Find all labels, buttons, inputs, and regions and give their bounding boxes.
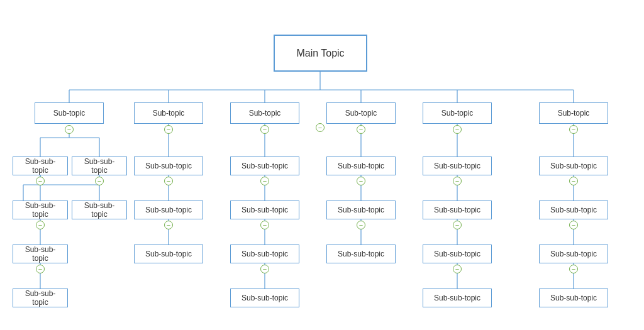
subsub-5-0[interactable]: Sub-sub-topic [539, 157, 608, 175]
subsub-label-4-1: Sub-sub-topic [434, 206, 480, 214]
subsub-label-5-2: Sub-sub-topic [550, 250, 597, 258]
subtopic-label-2: Sub-topic [153, 109, 185, 118]
subsub-label-2-1: Sub-sub-topic [242, 206, 288, 214]
subsub-1-1-collapse[interactable] [164, 221, 173, 229]
subsub-0-2-collapse[interactable] [36, 221, 45, 229]
subsub-label-2-0: Sub-sub-topic [242, 162, 288, 170]
subsub-1-0-collapse[interactable] [164, 177, 173, 185]
subtopic-label-5: Sub-topic [441, 109, 474, 118]
subtopic-node-1[interactable]: Sub-topic [35, 102, 104, 124]
subsub-1-2[interactable]: Sub-sub-topic [134, 245, 203, 263]
subtopic-6-collapse[interactable] [569, 125, 578, 134]
subsub-label-0-0: Sub-sub-topic [17, 157, 64, 175]
subsub-label-5-0: Sub-sub-topic [550, 162, 597, 170]
subsub-0-4[interactable]: Sub-sub-topic [13, 245, 68, 263]
subsub-0-4-collapse[interactable] [36, 265, 45, 273]
subsub-0-1-collapse[interactable] [95, 177, 104, 185]
subsub-0-1[interactable]: Sub-sub-topic [72, 157, 127, 175]
subsub-label-2-2: Sub-sub-topic [242, 250, 288, 258]
subsub-label-3-0: Sub-sub-topic [338, 162, 384, 170]
subsub-5-3[interactable]: Sub-sub-topic [539, 289, 608, 307]
subsub-label-1-2: Sub-sub-topic [145, 250, 192, 258]
subsub-label-5-1: Sub-sub-topic [550, 206, 597, 214]
subsub-label-4-3: Sub-sub-topic [434, 294, 480, 302]
subsub-2-1[interactable]: Sub-sub-topic [230, 201, 299, 219]
subsub-label-3-1: Sub-sub-topic [338, 206, 384, 214]
subsub-4-1[interactable]: Sub-sub-topic [423, 201, 492, 219]
subsub-4-3[interactable]: Sub-sub-topic [423, 289, 492, 307]
subsub-2-1-collapse[interactable] [260, 221, 269, 229]
subtopic-node-6[interactable]: Sub-topic [539, 102, 608, 124]
subsub-2-0-collapse[interactable] [260, 177, 269, 185]
subtopic-5-collapse[interactable] [453, 125, 462, 134]
subsub-0-0[interactable]: Sub-sub-topic [13, 157, 68, 175]
subsub-5-1-collapse[interactable] [569, 221, 578, 229]
subsub-0-2[interactable]: Sub-sub-topic [13, 201, 68, 219]
subsub-4-0-collapse[interactable] [453, 177, 462, 185]
subsub-4-2-collapse[interactable] [453, 265, 462, 273]
subsub-label-1-0: Sub-sub-topic [145, 162, 192, 170]
main-topic-label: Main Topic [296, 48, 344, 59]
subtopic-label-1: Sub-topic [53, 109, 86, 118]
subtopic-4-collapse[interactable] [357, 125, 365, 134]
main-topic-node[interactable]: Main Topic [274, 35, 367, 72]
subsub-5-2[interactable]: Sub-sub-topic [539, 245, 608, 263]
subtopic-node-5[interactable]: Sub-topic [423, 102, 492, 124]
subsub-2-0[interactable]: Sub-sub-topic [230, 157, 299, 175]
subsub-3-0[interactable]: Sub-sub-topic [326, 157, 396, 175]
subtopic-label-3: Sub-topic [249, 109, 281, 118]
subtopic-node-3[interactable]: Sub-topic [230, 102, 299, 124]
subsub-5-0-collapse[interactable] [569, 177, 578, 185]
subsub-3-0-collapse[interactable] [357, 177, 365, 185]
subsub-3-2[interactable]: Sub-sub-topic [326, 245, 396, 263]
subsub-3-1-collapse[interactable] [357, 221, 365, 229]
subsub-label-4-0: Sub-sub-topic [434, 162, 480, 170]
subsub-5-2-collapse[interactable] [569, 265, 578, 273]
subsub-0-5[interactable]: Sub-sub-topic [13, 289, 68, 307]
subsub-2-2[interactable]: Sub-sub-topic [230, 245, 299, 263]
main-collapse-btn[interactable] [316, 123, 325, 132]
subsub-2-2-collapse[interactable] [260, 265, 269, 273]
subsub-4-2[interactable]: Sub-sub-topic [423, 245, 492, 263]
subsub-label-0-5: Sub-sub-topic [17, 289, 64, 307]
subtopic-node-2[interactable]: Sub-topic [134, 102, 203, 124]
subsub-label-5-3: Sub-sub-topic [550, 294, 597, 302]
subsub-5-1[interactable]: Sub-sub-topic [539, 201, 608, 219]
subtopic-1-collapse[interactable] [65, 125, 74, 134]
mind-map-diagram: Main Topic Sub-topic Sub-topic Sub-topic… [0, 0, 644, 330]
subtopic-2-collapse[interactable] [164, 125, 173, 134]
subsub-label-0-2: Sub-sub-topic [17, 201, 64, 219]
subsub-label-1-1: Sub-sub-topic [145, 206, 192, 214]
subsub-1-0[interactable]: Sub-sub-topic [134, 157, 203, 175]
subsub-4-0[interactable]: Sub-sub-topic [423, 157, 492, 175]
subsub-label-0-3: Sub-sub-topic [76, 201, 123, 219]
subsub-0-0-collapse[interactable] [36, 177, 45, 185]
subsub-label-0-4: Sub-sub-topic [17, 245, 64, 263]
subtopic-label-6: Sub-topic [558, 109, 590, 118]
subsub-1-1[interactable]: Sub-sub-topic [134, 201, 203, 219]
subsub-3-1[interactable]: Sub-sub-topic [326, 201, 396, 219]
subsub-label-3-2: Sub-sub-topic [338, 250, 384, 258]
subsub-label-4-2: Sub-sub-topic [434, 250, 480, 258]
subsub-label-2-3: Sub-sub-topic [242, 294, 288, 302]
subtopic-3-collapse[interactable] [260, 125, 269, 134]
subtopic-node-4[interactable]: Sub-topic [326, 102, 396, 124]
subtopic-label-4: Sub-topic [345, 109, 377, 118]
subsub-label-0-1: Sub-sub-topic [76, 157, 123, 175]
subsub-4-1-collapse[interactable] [453, 221, 462, 229]
subsub-0-3[interactable]: Sub-sub-topic [72, 201, 127, 219]
subsub-2-3[interactable]: Sub-sub-topic [230, 289, 299, 307]
